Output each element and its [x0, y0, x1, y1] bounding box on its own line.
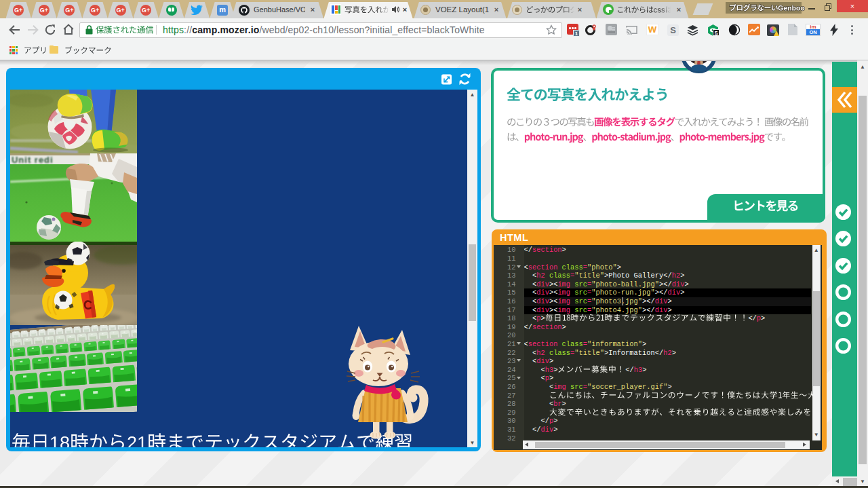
svg-text:Unit redi: Unit redi	[12, 155, 54, 165]
